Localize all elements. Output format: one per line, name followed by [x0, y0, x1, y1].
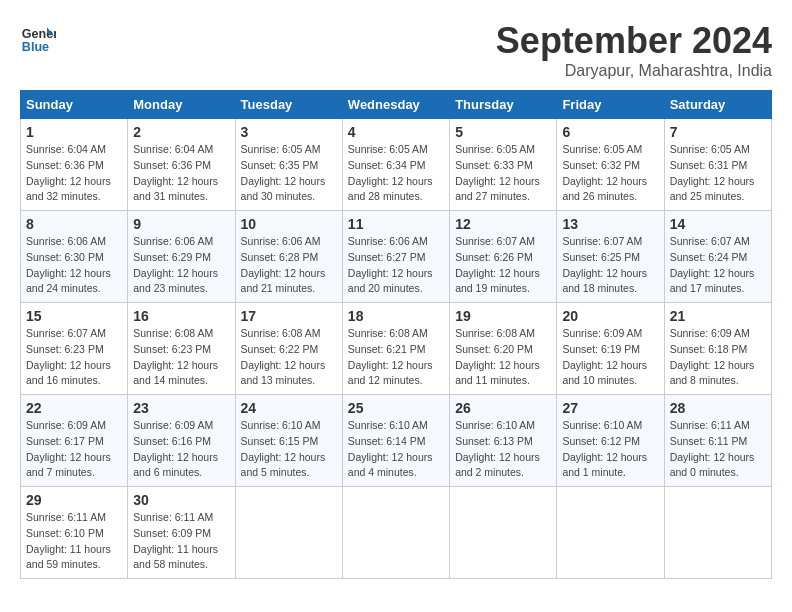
day-number: 11	[348, 216, 444, 232]
day-number: 28	[670, 400, 766, 416]
table-cell: 16 Sunrise: 6:08 AM Sunset: 6:23 PM Dayl…	[128, 303, 235, 395]
col-saturday: Saturday	[664, 91, 771, 119]
calendar-row: 22 Sunrise: 6:09 AM Sunset: 6:17 PM Dayl…	[21, 395, 772, 487]
table-cell: 4 Sunrise: 6:05 AM Sunset: 6:34 PM Dayli…	[342, 119, 449, 211]
day-number: 9	[133, 216, 229, 232]
table-cell	[664, 487, 771, 579]
day-number: 2	[133, 124, 229, 140]
table-cell: 14 Sunrise: 6:07 AM Sunset: 6:24 PM Dayl…	[664, 211, 771, 303]
day-detail: Sunrise: 6:08 AM Sunset: 6:22 PM Dayligh…	[241, 326, 337, 389]
day-detail: Sunrise: 6:09 AM Sunset: 6:18 PM Dayligh…	[670, 326, 766, 389]
calendar-row: 8 Sunrise: 6:06 AM Sunset: 6:30 PM Dayli…	[21, 211, 772, 303]
day-number: 7	[670, 124, 766, 140]
table-cell	[450, 487, 557, 579]
table-cell: 29 Sunrise: 6:11 AM Sunset: 6:10 PM Dayl…	[21, 487, 128, 579]
day-detail: Sunrise: 6:07 AM Sunset: 6:23 PM Dayligh…	[26, 326, 122, 389]
day-detail: Sunrise: 6:07 AM Sunset: 6:25 PM Dayligh…	[562, 234, 658, 297]
day-detail: Sunrise: 6:06 AM Sunset: 6:28 PM Dayligh…	[241, 234, 337, 297]
day-number: 30	[133, 492, 229, 508]
day-detail: Sunrise: 6:11 AM Sunset: 6:10 PM Dayligh…	[26, 510, 122, 573]
col-friday: Friday	[557, 91, 664, 119]
page-header: General Blue September 2024 Daryapur, Ma…	[20, 20, 772, 80]
table-cell: 5 Sunrise: 6:05 AM Sunset: 6:33 PM Dayli…	[450, 119, 557, 211]
col-tuesday: Tuesday	[235, 91, 342, 119]
day-number: 1	[26, 124, 122, 140]
day-detail: Sunrise: 6:06 AM Sunset: 6:30 PM Dayligh…	[26, 234, 122, 297]
day-detail: Sunrise: 6:04 AM Sunset: 6:36 PM Dayligh…	[26, 142, 122, 205]
day-detail: Sunrise: 6:05 AM Sunset: 6:31 PM Dayligh…	[670, 142, 766, 205]
table-cell: 21 Sunrise: 6:09 AM Sunset: 6:18 PM Dayl…	[664, 303, 771, 395]
table-cell: 11 Sunrise: 6:06 AM Sunset: 6:27 PM Dayl…	[342, 211, 449, 303]
table-cell: 15 Sunrise: 6:07 AM Sunset: 6:23 PM Dayl…	[21, 303, 128, 395]
table-cell: 9 Sunrise: 6:06 AM Sunset: 6:29 PM Dayli…	[128, 211, 235, 303]
day-detail: Sunrise: 6:11 AM Sunset: 6:11 PM Dayligh…	[670, 418, 766, 481]
day-number: 27	[562, 400, 658, 416]
table-cell: 20 Sunrise: 6:09 AM Sunset: 6:19 PM Dayl…	[557, 303, 664, 395]
day-detail: Sunrise: 6:06 AM Sunset: 6:29 PM Dayligh…	[133, 234, 229, 297]
logo: General Blue	[20, 20, 56, 56]
day-detail: Sunrise: 6:05 AM Sunset: 6:34 PM Dayligh…	[348, 142, 444, 205]
title-block: September 2024 Daryapur, Maharashtra, In…	[496, 20, 772, 80]
day-number: 8	[26, 216, 122, 232]
day-detail: Sunrise: 6:09 AM Sunset: 6:19 PM Dayligh…	[562, 326, 658, 389]
day-number: 14	[670, 216, 766, 232]
table-cell: 6 Sunrise: 6:05 AM Sunset: 6:32 PM Dayli…	[557, 119, 664, 211]
month-title: September 2024	[496, 20, 772, 62]
day-number: 20	[562, 308, 658, 324]
table-cell: 18 Sunrise: 6:08 AM Sunset: 6:21 PM Dayl…	[342, 303, 449, 395]
table-cell: 17 Sunrise: 6:08 AM Sunset: 6:22 PM Dayl…	[235, 303, 342, 395]
day-detail: Sunrise: 6:07 AM Sunset: 6:24 PM Dayligh…	[670, 234, 766, 297]
day-detail: Sunrise: 6:04 AM Sunset: 6:36 PM Dayligh…	[133, 142, 229, 205]
table-cell: 23 Sunrise: 6:09 AM Sunset: 6:16 PM Dayl…	[128, 395, 235, 487]
day-number: 23	[133, 400, 229, 416]
day-detail: Sunrise: 6:11 AM Sunset: 6:09 PM Dayligh…	[133, 510, 229, 573]
day-number: 15	[26, 308, 122, 324]
logo-icon: General Blue	[20, 20, 56, 56]
table-cell: 7 Sunrise: 6:05 AM Sunset: 6:31 PM Dayli…	[664, 119, 771, 211]
day-number: 21	[670, 308, 766, 324]
table-cell: 13 Sunrise: 6:07 AM Sunset: 6:25 PM Dayl…	[557, 211, 664, 303]
day-number: 26	[455, 400, 551, 416]
day-number: 10	[241, 216, 337, 232]
day-number: 22	[26, 400, 122, 416]
table-cell	[235, 487, 342, 579]
day-detail: Sunrise: 6:08 AM Sunset: 6:21 PM Dayligh…	[348, 326, 444, 389]
col-wednesday: Wednesday	[342, 91, 449, 119]
day-number: 16	[133, 308, 229, 324]
col-sunday: Sunday	[21, 91, 128, 119]
col-thursday: Thursday	[450, 91, 557, 119]
table-cell: 2 Sunrise: 6:04 AM Sunset: 6:36 PM Dayli…	[128, 119, 235, 211]
day-detail: Sunrise: 6:08 AM Sunset: 6:23 PM Dayligh…	[133, 326, 229, 389]
table-cell: 19 Sunrise: 6:08 AM Sunset: 6:20 PM Dayl…	[450, 303, 557, 395]
day-detail: Sunrise: 6:05 AM Sunset: 6:32 PM Dayligh…	[562, 142, 658, 205]
table-cell: 25 Sunrise: 6:10 AM Sunset: 6:14 PM Dayl…	[342, 395, 449, 487]
calendar-row: 1 Sunrise: 6:04 AM Sunset: 6:36 PM Dayli…	[21, 119, 772, 211]
day-detail: Sunrise: 6:10 AM Sunset: 6:12 PM Dayligh…	[562, 418, 658, 481]
day-detail: Sunrise: 6:09 AM Sunset: 6:17 PM Dayligh…	[26, 418, 122, 481]
day-detail: Sunrise: 6:09 AM Sunset: 6:16 PM Dayligh…	[133, 418, 229, 481]
table-cell: 30 Sunrise: 6:11 AM Sunset: 6:09 PM Dayl…	[128, 487, 235, 579]
day-detail: Sunrise: 6:10 AM Sunset: 6:14 PM Dayligh…	[348, 418, 444, 481]
calendar-table: Sunday Monday Tuesday Wednesday Thursday…	[20, 90, 772, 579]
header-row: Sunday Monday Tuesday Wednesday Thursday…	[21, 91, 772, 119]
day-detail: Sunrise: 6:06 AM Sunset: 6:27 PM Dayligh…	[348, 234, 444, 297]
day-number: 4	[348, 124, 444, 140]
calendar-row: 15 Sunrise: 6:07 AM Sunset: 6:23 PM Dayl…	[21, 303, 772, 395]
table-cell	[557, 487, 664, 579]
day-number: 29	[26, 492, 122, 508]
day-number: 17	[241, 308, 337, 324]
table-cell: 10 Sunrise: 6:06 AM Sunset: 6:28 PM Dayl…	[235, 211, 342, 303]
day-detail: Sunrise: 6:10 AM Sunset: 6:13 PM Dayligh…	[455, 418, 551, 481]
day-detail: Sunrise: 6:10 AM Sunset: 6:15 PM Dayligh…	[241, 418, 337, 481]
table-cell: 12 Sunrise: 6:07 AM Sunset: 6:26 PM Dayl…	[450, 211, 557, 303]
table-cell: 24 Sunrise: 6:10 AM Sunset: 6:15 PM Dayl…	[235, 395, 342, 487]
day-number: 19	[455, 308, 551, 324]
table-cell	[342, 487, 449, 579]
day-number: 18	[348, 308, 444, 324]
calendar-row: 29 Sunrise: 6:11 AM Sunset: 6:10 PM Dayl…	[21, 487, 772, 579]
day-number: 25	[348, 400, 444, 416]
table-cell: 28 Sunrise: 6:11 AM Sunset: 6:11 PM Dayl…	[664, 395, 771, 487]
table-cell: 3 Sunrise: 6:05 AM Sunset: 6:35 PM Dayli…	[235, 119, 342, 211]
col-monday: Monday	[128, 91, 235, 119]
table-cell: 22 Sunrise: 6:09 AM Sunset: 6:17 PM Dayl…	[21, 395, 128, 487]
